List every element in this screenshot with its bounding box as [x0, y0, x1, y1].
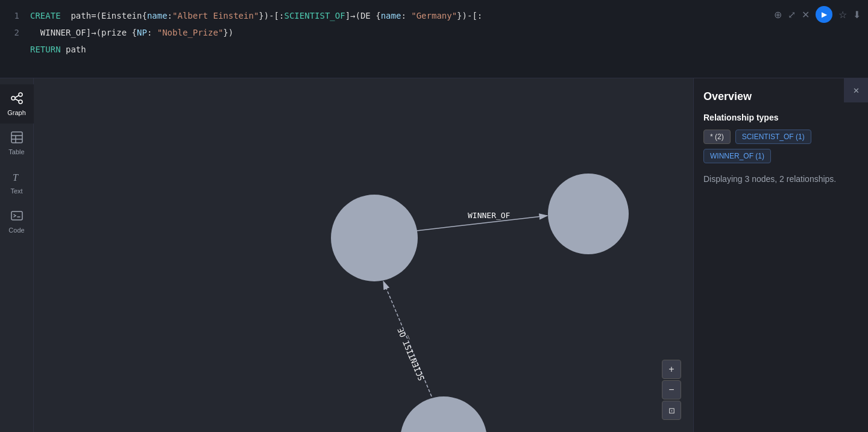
display-info: Displaying 3 nodes, 2 relationships. [703, 173, 858, 186]
table-icon [10, 131, 24, 146]
sidebar-item-graph[interactable]: Graph [0, 84, 34, 124]
svg-line-4 [15, 99, 19, 101]
download-icon[interactable]: ⬇ [853, 9, 861, 20]
run-button[interactable]: ▶ [816, 6, 832, 23]
sidebar-item-table[interactable]: Table [0, 124, 34, 163]
star-icon[interactable]: ☆ [838, 9, 847, 20]
zoom-in-button[interactable]: + [662, 360, 681, 379]
node-1[interactable] [331, 195, 418, 281]
svg-rect-10 [11, 211, 22, 220]
sidebar: Graph Table T Text [0, 78, 34, 432]
close-icon[interactable]: ✕ [802, 9, 810, 20]
graph-svg: WINNER_OF SCIENTIST_OF [34, 78, 693, 432]
sidebar-label-text: Text [10, 187, 22, 195]
relationship-badges: * (2) SCIENTIST_OF (1) WINNER_OF (1) [703, 130, 858, 163]
sidebar-item-code[interactable]: Code [0, 202, 34, 241]
code-icon [10, 209, 24, 224]
code-content[interactable]: CREATE path=(Einstein{name:"Albert Einst… [24, 0, 868, 78]
relationship-section-title: Relationship types [703, 113, 858, 122]
run-icon: ▶ [822, 10, 827, 19]
sidebar-label-code: Code [8, 227, 24, 234]
graph-icon [10, 92, 24, 107]
edge-label-scientist-of: SCIENTIST_OF [396, 326, 426, 382]
sidebar-label-graph: Graph [7, 109, 26, 116]
main-area: Graph Table T Text [0, 78, 868, 432]
edge-label-winner-of: WINNER_OF [468, 211, 511, 220]
svg-line-3 [15, 96, 19, 98]
zoom-fit-button[interactable]: ⊡ [662, 401, 681, 420]
badge-scientist-of[interactable]: SCIENTIST_OF (1) [735, 130, 811, 144]
right-panel: ✕ Overview Relationship types * (2) SCIE… [693, 78, 868, 432]
svg-point-1 [19, 93, 22, 96]
code-actions: ⊕ ⤢ ✕ ▶ ☆ ⬇ [774, 6, 861, 23]
code-editor: 1 2 CREATE path=(Einstein{name:"Albert E… [0, 0, 868, 78]
maximize-icon[interactable]: ⤢ [788, 9, 796, 20]
text-icon: T [10, 170, 24, 185]
node-2[interactable] [548, 174, 629, 254]
svg-point-2 [19, 100, 22, 104]
node-3[interactable] [400, 396, 487, 432]
zoom-fit-icon: ⊡ [668, 406, 675, 415]
line-number-3: 2 [5, 24, 19, 41]
panel-close-button[interactable]: ✕ [844, 78, 868, 102]
graph-canvas[interactable]: WINNER_OF SCIENTIST_OF + − [34, 78, 693, 432]
zoom-in-icon: + [668, 364, 674, 375]
line-number-1: 1 [5, 7, 19, 24]
zoom-out-button[interactable]: − [662, 380, 681, 399]
line-numbers: 1 2 [0, 0, 24, 78]
svg-text:T: T [13, 172, 19, 183]
sidebar-item-text[interactable]: T Text [0, 163, 34, 202]
badge-all[interactable]: * (2) [703, 130, 731, 144]
badge-winner-of[interactable]: WINNER_OF (1) [703, 149, 771, 163]
svg-point-0 [11, 96, 15, 100]
svg-rect-5 [11, 132, 22, 143]
zoom-controls: + − ⊡ [662, 360, 681, 420]
svg-line-12 [14, 216, 16, 217]
zoom-out-icon: − [668, 384, 674, 395]
sidebar-label-table: Table [8, 148, 24, 155]
overview-title: Overview [703, 90, 858, 103]
pin-icon[interactable]: ⊕ [774, 9, 782, 20]
